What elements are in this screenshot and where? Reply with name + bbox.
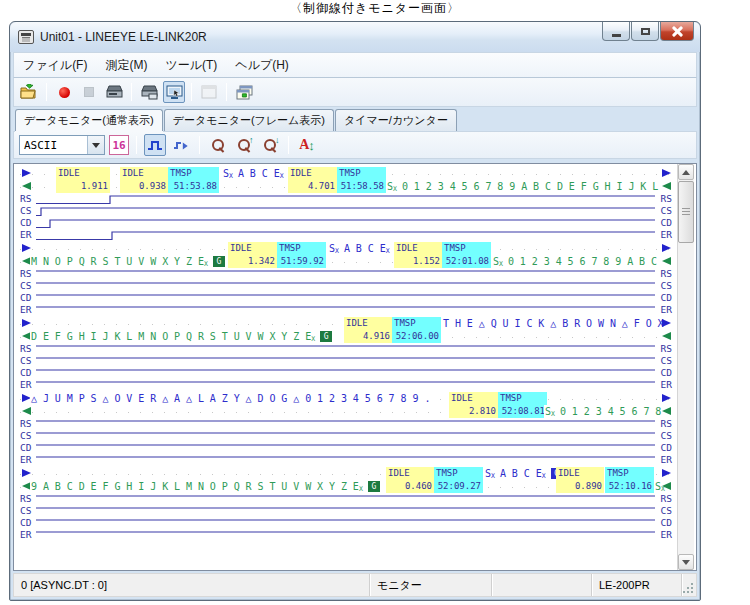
direction-arrow-icon (662, 180, 672, 193)
up-down-arrow-icon: ↕ (308, 138, 315, 153)
tab-timer-counter[interactable]: タイマー/カウンター (335, 109, 457, 131)
control-line-label: CS (660, 205, 673, 216)
resize-grip[interactable] (682, 582, 694, 594)
monitor-block: IDLETMSPSXABCEXGIDLETMSP9ABCDEFGHIJKLMNO… (14, 467, 677, 541)
search-down-icon: ↓ (264, 139, 277, 152)
control-line-label: CD (660, 442, 673, 453)
auto-measure-button[interactable] (103, 81, 125, 103)
scroll-down-button[interactable] (678, 554, 694, 570)
rx-row: 2.81052:08.81SX012345678 (14, 405, 677, 418)
control-line-label: CD (19, 517, 32, 528)
control-line-label: RS (660, 343, 673, 354)
menu-tools[interactable]: ツール(T) (156, 54, 226, 77)
control-line-label: ER (19, 304, 32, 315)
idle-chip: IDLE (344, 317, 392, 330)
control-line-label: CD (660, 367, 673, 378)
titlebar[interactable]: Unit01 - LINEEYE LE-LINK20R (10, 22, 700, 52)
control-line-label: CS (19, 430, 32, 441)
tmsp-chip: TMSP (434, 467, 483, 480)
data-chars: THE△QUICK△BROWN△FOX (442, 317, 670, 330)
idle-value: 0.460 (386, 480, 434, 493)
status-empty (492, 574, 592, 596)
control-line-label: ER (19, 229, 32, 240)
direction-arrow-icon (662, 317, 672, 330)
control-line-label: ER (19, 454, 32, 465)
control-line-cs: CSCS (14, 505, 677, 517)
cascade-windows-button[interactable] (233, 81, 255, 103)
direction-arrow-icon (662, 330, 672, 343)
stx-control-char: SX (485, 468, 495, 479)
main-toolbar (13, 78, 697, 107)
data-chars: SX0123456789ABCDEFGHIJKL (386, 180, 664, 193)
search-down-button[interactable]: ↓ (259, 134, 281, 156)
vertical-scrollbar[interactable] (677, 164, 694, 570)
menu-measure[interactable]: 測定(M) (96, 54, 156, 77)
direction-arrow-icon (22, 167, 32, 180)
bcc-block: G (368, 481, 380, 492)
control-line-label: CD (19, 217, 32, 228)
rx-row: 9ABCDEFGHIJKLMNOPQRSTUVWXYZEXG0.46052:09… (14, 480, 677, 493)
encoding-dropdown-button[interactable] (87, 136, 104, 154)
control-line-er: ERER (14, 229, 677, 241)
wave-translate-button[interactable] (170, 134, 192, 156)
monitor-view-button[interactable] (163, 81, 185, 103)
tmsp-value: 51:53.88 (168, 180, 219, 193)
control-line-label: CD (19, 292, 32, 303)
direction-arrow-icon (662, 405, 672, 418)
menu-help[interactable]: ヘルプ(H) (226, 54, 298, 77)
control-line-label: RS (19, 493, 32, 504)
etx-control-char: EX (198, 256, 208, 267)
tab-data-monitor-normal[interactable]: データモニター(通常表示) (15, 109, 163, 131)
control-line-label: CD (660, 517, 673, 528)
control-line-view-button[interactable] (144, 134, 166, 156)
record-stop-button[interactable] (78, 81, 100, 103)
record-start-button[interactable] (53, 81, 75, 103)
search-up-button[interactable]: ↑ (233, 134, 255, 156)
encoding-value: ASCII (20, 139, 87, 152)
control-line-label: RS (19, 418, 32, 429)
idle-chip: IDLE (386, 467, 434, 480)
control-line-cd: CDCD (14, 517, 677, 529)
tmsp-chip: TMSP (392, 317, 441, 330)
tmsp-value: 52:06.00 (392, 330, 441, 343)
status-mode: モニター (370, 574, 492, 596)
data-chars: △JUMPS△OVER△A△LAZY△DOG△0123456789. (30, 392, 436, 405)
encoding-select[interactable]: ASCII (19, 135, 105, 155)
idle-value: 0.890 (556, 480, 604, 493)
stx-control-char: SX (493, 256, 503, 267)
control-line-rs: RSRS (14, 418, 677, 430)
tmsp-value: 52:10.16 (605, 480, 654, 493)
etx-control-char: EX (353, 481, 363, 492)
toolbar-separator (199, 136, 200, 154)
data-chars: SXABCEXG (484, 467, 567, 480)
idle-value: 1.152 (394, 255, 442, 268)
control-line-label: RS (19, 343, 32, 354)
minimize-button[interactable] (602, 22, 630, 41)
close-button[interactable] (660, 22, 694, 41)
bcc-block: G (213, 256, 225, 267)
scroll-up-button[interactable] (678, 164, 694, 180)
tmsp-chip: TMSP (442, 242, 491, 255)
search-button[interactable] (207, 134, 229, 156)
direction-arrow-icon (22, 180, 32, 193)
tab-strip: データモニター(通常表示) データモニター(フレーム表示) タイマー/カウンター (13, 109, 697, 131)
open-file-button[interactable] (18, 81, 40, 103)
idle-chip: IDLE (120, 167, 168, 180)
control-line-er: ERER (14, 304, 677, 316)
control-line-label: CS (19, 355, 32, 366)
control-line-cs: CSCS (14, 280, 677, 292)
hex-display-button[interactable]: 16 (109, 135, 129, 155)
control-line-label: ER (660, 529, 673, 540)
restore-button[interactable] (631, 22, 659, 41)
chevron-down-icon (92, 143, 100, 148)
font-size-button[interactable]: A ↕ (296, 134, 318, 156)
print-button[interactable] (138, 81, 160, 103)
menu-file[interactable]: ファイル(F) (14, 54, 96, 77)
direction-arrow-icon (662, 255, 672, 268)
tab-data-monitor-frame[interactable]: データモニター(フレーム表示) (164, 109, 334, 131)
window-icon (201, 85, 217, 99)
scrollbar-thumb[interactable] (678, 181, 694, 243)
tx-row: IDLEIDLETMSPSXABCEXGIDLETMSP (14, 167, 677, 180)
new-window-button[interactable] (198, 81, 220, 103)
window-title: Unit01 - LINEEYE LE-LINK20R (40, 30, 602, 44)
